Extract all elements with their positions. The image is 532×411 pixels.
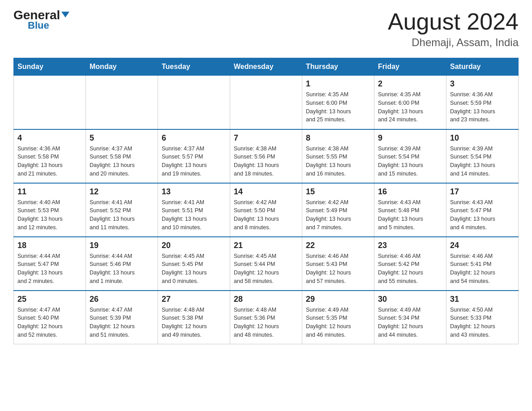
calendar-cell: 5Sunrise: 4:37 AM Sunset: 5:58 PM Daylig… [86,129,158,183]
calendar-location: Dhemaji, Assam, India [388,36,519,49]
day-number: 19 [90,241,154,250]
day-number: 4 [17,133,82,143]
calendar-cell: 22Sunrise: 4:46 AM Sunset: 5:43 PM Dayli… [302,237,374,291]
day-number: 22 [306,241,370,250]
day-info: Sunrise: 4:41 AM Sunset: 5:52 PM Dayligh… [90,198,154,232]
day-info: Sunrise: 4:39 AM Sunset: 5:54 PM Dayligh… [450,145,515,178]
calendar-cell [86,76,158,129]
day-info: Sunrise: 4:35 AM Sunset: 6:00 PM Dayligh… [378,90,442,124]
day-info: Sunrise: 4:45 AM Sunset: 5:44 PM Dayligh… [234,252,298,286]
day-number: 10 [450,133,515,143]
day-info: Sunrise: 4:48 AM Sunset: 5:36 PM Dayligh… [234,306,298,339]
calendar-table: SundayMondayTuesdayWednesdayThursdayFrid… [13,58,519,344]
calendar-header-row: SundayMondayTuesdayWednesdayThursdayFrid… [14,58,519,76]
calendar-cell: 15Sunrise: 4:42 AM Sunset: 5:49 PM Dayli… [302,183,374,237]
day-number: 14 [234,187,298,197]
day-number: 2 [378,79,442,89]
day-info: Sunrise: 4:43 AM Sunset: 5:48 PM Dayligh… [378,198,442,232]
calendar-cell: 24Sunrise: 4:46 AM Sunset: 5:41 PM Dayli… [446,237,519,291]
calendar-week-row: 1Sunrise: 4:35 AM Sunset: 6:00 PM Daylig… [14,76,519,129]
calendar-cell: 29Sunrise: 4:49 AM Sunset: 5:35 PM Dayli… [302,291,374,344]
day-number: 11 [17,187,82,197]
day-number: 28 [234,295,298,304]
day-number: 30 [378,295,442,304]
title-block: August 2024 Dhemaji, Assam, India [388,9,519,49]
day-number: 17 [450,187,515,197]
day-info: Sunrise: 4:41 AM Sunset: 5:51 PM Dayligh… [162,198,226,232]
calendar-cell [14,76,86,129]
day-of-week-header: Friday [374,58,446,76]
day-number: 15 [306,187,370,197]
calendar-cell: 10Sunrise: 4:39 AM Sunset: 5:54 PM Dayli… [446,129,519,183]
day-number: 1 [306,79,370,89]
day-info: Sunrise: 4:39 AM Sunset: 5:54 PM Dayligh… [378,145,442,178]
calendar-cell: 11Sunrise: 4:40 AM Sunset: 5:53 PM Dayli… [14,183,86,237]
calendar-cell: 17Sunrise: 4:43 AM Sunset: 5:47 PM Dayli… [446,183,519,237]
day-of-week-header: Monday [86,58,158,76]
logo-triangle-icon [61,12,69,17]
calendar-cell: 4Sunrise: 4:36 AM Sunset: 5:58 PM Daylig… [14,129,86,183]
day-info: Sunrise: 4:46 AM Sunset: 5:41 PM Dayligh… [450,252,515,286]
logo: General Blue [13,9,69,31]
day-info: Sunrise: 4:46 AM Sunset: 5:43 PM Dayligh… [306,252,370,286]
calendar-cell: 21Sunrise: 4:45 AM Sunset: 5:44 PM Dayli… [230,237,302,291]
day-of-week-header: Tuesday [158,58,230,76]
day-number: 3 [450,79,515,89]
calendar-cell: 20Sunrise: 4:45 AM Sunset: 5:45 PM Dayli… [158,237,230,291]
day-of-week-header: Sunday [14,58,86,76]
day-info: Sunrise: 4:48 AM Sunset: 5:38 PM Dayligh… [162,306,226,339]
day-number: 9 [378,133,442,143]
calendar-week-row: 18Sunrise: 4:44 AM Sunset: 5:47 PM Dayli… [14,237,519,291]
calendar-cell: 1Sunrise: 4:35 AM Sunset: 6:00 PM Daylig… [302,76,374,129]
calendar-cell: 12Sunrise: 4:41 AM Sunset: 5:52 PM Dayli… [86,183,158,237]
day-of-week-header: Saturday [446,58,519,76]
day-info: Sunrise: 4:36 AM Sunset: 5:59 PM Dayligh… [450,90,515,124]
calendar-cell: 25Sunrise: 4:47 AM Sunset: 5:40 PM Dayli… [14,291,86,344]
day-info: Sunrise: 4:43 AM Sunset: 5:47 PM Dayligh… [450,198,515,232]
day-number: 13 [162,187,226,197]
calendar-cell: 16Sunrise: 4:43 AM Sunset: 5:48 PM Dayli… [374,183,446,237]
day-number: 23 [378,241,442,250]
calendar-cell: 28Sunrise: 4:48 AM Sunset: 5:36 PM Dayli… [230,291,302,344]
calendar-cell: 2Sunrise: 4:35 AM Sunset: 6:00 PM Daylig… [374,76,446,129]
calendar-cell: 30Sunrise: 4:49 AM Sunset: 5:34 PM Dayli… [374,291,446,344]
calendar-cell [158,76,230,129]
day-number: 20 [162,241,226,250]
calendar-week-row: 11Sunrise: 4:40 AM Sunset: 5:53 PM Dayli… [14,183,519,237]
day-info: Sunrise: 4:42 AM Sunset: 5:49 PM Dayligh… [306,198,370,232]
day-number: 6 [162,133,226,143]
day-info: Sunrise: 4:37 AM Sunset: 5:57 PM Dayligh… [162,145,226,178]
day-info: Sunrise: 4:46 AM Sunset: 5:42 PM Dayligh… [378,252,442,286]
calendar-cell: 8Sunrise: 4:38 AM Sunset: 5:55 PM Daylig… [302,129,374,183]
day-number: 25 [17,295,82,304]
day-number: 21 [234,241,298,250]
calendar-cell: 3Sunrise: 4:36 AM Sunset: 5:59 PM Daylig… [446,76,519,129]
day-info: Sunrise: 4:38 AM Sunset: 5:55 PM Dayligh… [306,145,370,178]
day-number: 18 [17,241,82,250]
day-info: Sunrise: 4:37 AM Sunset: 5:58 PM Dayligh… [90,145,154,178]
calendar-cell: 31Sunrise: 4:50 AM Sunset: 5:33 PM Dayli… [446,291,519,344]
calendar-cell: 27Sunrise: 4:48 AM Sunset: 5:38 PM Dayli… [158,291,230,344]
calendar-week-row: 25Sunrise: 4:47 AM Sunset: 5:40 PM Dayli… [14,291,519,344]
calendar-cell: 19Sunrise: 4:44 AM Sunset: 5:46 PM Dayli… [86,237,158,291]
day-number: 29 [306,295,370,304]
day-info: Sunrise: 4:50 AM Sunset: 5:33 PM Dayligh… [450,306,515,339]
calendar-cell: 18Sunrise: 4:44 AM Sunset: 5:47 PM Dayli… [14,237,86,291]
day-of-week-header: Wednesday [230,58,302,76]
calendar-cell: 9Sunrise: 4:39 AM Sunset: 5:54 PM Daylig… [374,129,446,183]
day-info: Sunrise: 4:40 AM Sunset: 5:53 PM Dayligh… [17,198,82,232]
day-info: Sunrise: 4:36 AM Sunset: 5:58 PM Dayligh… [17,145,82,178]
calendar-cell: 13Sunrise: 4:41 AM Sunset: 5:51 PM Dayli… [158,183,230,237]
day-number: 24 [450,241,515,250]
day-number: 26 [90,295,154,304]
logo-blue-text: Blue [28,20,49,31]
day-info: Sunrise: 4:38 AM Sunset: 5:56 PM Dayligh… [234,145,298,178]
day-info: Sunrise: 4:42 AM Sunset: 5:50 PM Dayligh… [234,198,298,232]
day-info: Sunrise: 4:45 AM Sunset: 5:45 PM Dayligh… [162,252,226,286]
day-info: Sunrise: 4:35 AM Sunset: 6:00 PM Dayligh… [306,90,370,124]
day-info: Sunrise: 4:49 AM Sunset: 5:35 PM Dayligh… [306,306,370,339]
day-info: Sunrise: 4:47 AM Sunset: 5:40 PM Dayligh… [17,306,82,339]
day-number: 8 [306,133,370,143]
day-number: 7 [234,133,298,143]
calendar-cell: 23Sunrise: 4:46 AM Sunset: 5:42 PM Dayli… [374,237,446,291]
